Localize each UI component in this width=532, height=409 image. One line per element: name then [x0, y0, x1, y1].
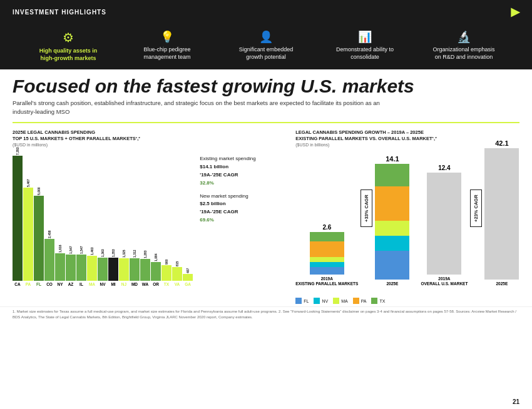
footer-note: 1. Market size estimates for Texas assum…: [0, 306, 532, 321]
legend-new-cagr-label: '19A-'25E CAGR: [200, 208, 286, 216]
icon-label-quality: High quality assets inhigh-growth market…: [39, 48, 98, 62]
left-chart-unit: ($USD in millions): [13, 143, 286, 147]
header: INVESTMENT HIGHLIGHTS ▶: [0, 0, 532, 24]
bar-MD: 1,312 MD: [130, 252, 140, 286]
bar-CA: 7,353 CA: [13, 136, 23, 286]
seg-PA-2025: [375, 186, 409, 221]
seg-PA-2019: [310, 241, 344, 257]
bar-2019a-existing: 2.6 2019AEXISTING PARALLEL MARKETS: [295, 224, 358, 287]
cagr-23: +23% CAGR: [470, 189, 482, 227]
icon-label-rd: Organizational emphasison R&D and innova…: [432, 46, 494, 61]
logo: ▶: [511, 5, 519, 19]
seg-NV-2019: [310, 262, 344, 267]
icon-high-quality: ⚙ High quality assets inhigh-growth mark…: [19, 30, 118, 62]
bar-NV: 1,363 NV: [98, 251, 108, 286]
seg-MA-2025: [375, 221, 409, 236]
legend-new-value: $2.5 billion: [200, 200, 286, 208]
person-icon: 👤: [259, 30, 273, 44]
right-chart-area: 2.6 2019AEXISTING PARALLEL MARKETS +33% …: [295, 149, 519, 299]
icon-rd: 🔬 Organizational emphasison R&D and inno…: [414, 30, 513, 62]
bar-OR: 1,084 OR: [151, 256, 161, 286]
bar-WA: 1,283 WA: [140, 253, 150, 286]
bar-IL: 1,547 IL: [76, 248, 86, 286]
bar-NY: 1,616 NY: [55, 246, 65, 286]
seg-TX-2019: [310, 232, 344, 241]
flask-icon: 🔬: [457, 30, 471, 44]
main-content: Focused on the fastest growing U.S. mark…: [0, 69, 532, 118]
legend-new-label: New market spending: [200, 193, 286, 201]
bar-NJ: 1,325 NJ: [119, 252, 129, 286]
header-title: INVESTMENT HIGHLIGHTS: [13, 9, 106, 16]
icon-embedded: 👤 Significant embedded growth potential: [217, 30, 315, 62]
seg-NV-2025: [375, 236, 409, 251]
icons-row: ⚙ High quality assets inhigh-growth mark…: [0, 24, 532, 69]
bar-FL: 5,000 FL: [34, 181, 44, 286]
bar-MI: 1,353 MI: [108, 251, 118, 286]
seg-TX-2025: [375, 164, 409, 186]
bar-2025e-overall: 42.1 2025E: [484, 139, 519, 286]
icon-label-pedigree: Blue-chip pedigreemanagement team: [143, 46, 190, 61]
icon-label-consolidate: Demonstrated ability to consolidate: [330, 46, 399, 61]
right-chart: LEGAL CANNABIS SPENDING GROWTH – 2019A –…: [295, 129, 519, 305]
legend-existing-label: Existing market spending: [200, 155, 286, 163]
bar-AZ: 1,547 AZ: [66, 248, 76, 286]
page-number: 21: [513, 398, 519, 405]
seg-FL-2019: [310, 267, 344, 275]
brain-icon: 💡: [160, 30, 174, 44]
icon-label-embedded: Significant embedded growth potential: [232, 46, 300, 61]
seg-FL-2025: [375, 251, 409, 280]
left-chart-legend: Existing market spending $14.1 billion '…: [200, 155, 286, 224]
chart-icon: 📊: [358, 30, 372, 44]
main-subtitle: Parallel's strong cash position, establi…: [13, 99, 388, 116]
legend-existing-cagr-label: '19A-'25E CAGR: [200, 171, 286, 179]
legend-existing-value: $14.1 billion: [200, 163, 286, 171]
divider: [13, 122, 519, 123]
seg-MA-2019: [310, 257, 344, 262]
icon-consolidate: 📊 Demonstrated ability to consolidate: [315, 30, 414, 62]
bar-2025e-existing: 14.1 2025E: [375, 155, 409, 286]
seg-overall-2019: [427, 173, 461, 275]
left-chart-title: 2025E LEGAL CANNABIS SPENDING TOP 15 U.S…: [13, 129, 286, 142]
cagr-33: +33% CAGR: [361, 189, 372, 227]
bar-2019a-overall: 12.4 2019AOVERALL U.S. MARKET: [421, 164, 468, 287]
charts-row: 2025E LEGAL CANNABIS SPENDING TOP 15 U.S…: [0, 126, 532, 307]
legend-existing-cagr-value: 32.8%: [200, 179, 286, 188]
seg-overall-2025: [484, 148, 519, 280]
left-chart-area: 7,353 CA 5,467 PA 5,000 FL: [13, 149, 286, 299]
bar-MA: 1,463 MA: [87, 249, 97, 286]
bar-CO: 2,458 CO: [44, 230, 54, 286]
gear-icon: ⚙: [63, 30, 74, 45]
main-title: Focused on the fastest growing U.S. mark…: [13, 76, 519, 96]
bars-area: 7,353 CA 5,467 PA 5,000 FL: [13, 152, 195, 286]
stacked-section: 2.6 2019AEXISTING PARALLEL MARKETS +33% …: [295, 149, 519, 286]
bar-GA: 407 GA: [183, 270, 193, 286]
bar-VA: 815 VA: [172, 263, 182, 286]
left-chart: 2025E LEGAL CANNABIS SPENDING TOP 15 U.S…: [13, 129, 286, 305]
bar-TX: 900 TX: [161, 260, 171, 286]
bar-PA: 5,467 PA: [23, 172, 33, 286]
legend-new-cagr-value: 69.6%: [200, 216, 286, 225]
icon-pedigree: 💡 Blue-chip pedigreemanagement team: [118, 30, 217, 62]
